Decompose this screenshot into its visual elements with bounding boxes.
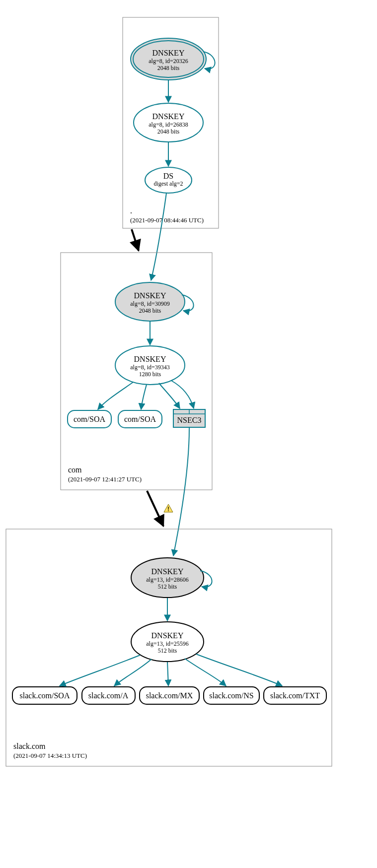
root-zsk-title: DNSKEY bbox=[152, 112, 185, 121]
edge-slack-zsk-rr5 bbox=[196, 654, 282, 686]
edge-root-ds-com-ksk bbox=[151, 193, 166, 280]
zone-root-name: . bbox=[130, 206, 132, 215]
root-ksk-node: DNSKEY alg=8, id=20326 2048 bits bbox=[131, 38, 206, 80]
zone-root-timestamp: (2021-09-07 08:44:46 UTC) bbox=[130, 216, 204, 224]
root-ksk-line3: 2048 bits bbox=[157, 65, 180, 71]
com-nsec3-node: NSEC3 bbox=[173, 409, 205, 427]
com-ksk-node: DNSKEY alg=8, id=30909 2048 bits bbox=[115, 282, 185, 321]
edge-com-zsk-soa2 bbox=[141, 385, 147, 409]
com-ksk-line2: alg=8, id=30909 bbox=[130, 300, 170, 307]
slack-rr2-title: slack.com/A bbox=[88, 691, 129, 700]
edge-com-zsk-nsec3b bbox=[171, 381, 194, 408]
slack-zsk-line2: alg=13, id=25596 bbox=[146, 640, 189, 647]
zone-com-timestamp: (2021-09-07 12:41:27 UTC) bbox=[68, 475, 142, 483]
slack-rr-soa: slack.com/SOA bbox=[12, 687, 77, 704]
slack-rr1-title: slack.com/SOA bbox=[20, 691, 70, 700]
com-ksk-line3: 2048 bits bbox=[139, 307, 161, 314]
slack-rr5-title: slack.com/TXT bbox=[270, 691, 320, 700]
slack-ksk-line3: 512 bits bbox=[158, 583, 177, 590]
slack-rr-mx: slack.com/MX bbox=[140, 687, 199, 704]
edge-com-nsec3-slack-ksk bbox=[173, 428, 189, 556]
zone-slack-timestamp: (2021-09-07 14:34:13 UTC) bbox=[13, 752, 87, 759]
edge-com-zsk-soa1 bbox=[98, 382, 133, 409]
zone-slack: slack.com (2021-09-07 14:34:13 UTC) DNSK… bbox=[6, 529, 332, 766]
edge-slack-zsk-rr3 bbox=[167, 662, 168, 686]
com-soa1-title: com/SOA bbox=[74, 415, 105, 423]
com-zsk-line3: 1280 bits bbox=[139, 371, 161, 378]
edge-root-to-com-delegation bbox=[132, 229, 139, 251]
zone-root: . (2021-09-07 08:44:46 UTC) DNSKEY alg=8… bbox=[123, 17, 219, 228]
slack-ksk-node: DNSKEY alg=13, id=28606 512 bits bbox=[131, 558, 204, 598]
slack-zsk-title: DNSKEY bbox=[151, 631, 184, 640]
edge-com-to-slack-delegation bbox=[147, 491, 163, 526]
zone-com: com (2021-09-07 12:41:27 UTC) DNSKEY alg… bbox=[61, 253, 212, 490]
root-ksk-line2: alg=8, id=20326 bbox=[149, 58, 188, 65]
slack-rr4-title: slack.com/NS bbox=[209, 691, 253, 700]
slack-ksk-line2: alg=13, id=28606 bbox=[146, 576, 189, 583]
root-zsk-line3: 2048 bits bbox=[157, 128, 180, 135]
slack-zsk-line3: 512 bits bbox=[158, 647, 177, 654]
com-zsk-line2: alg=8, id=39343 bbox=[130, 364, 170, 371]
root-zsk-line2: alg=8, id=26838 bbox=[149, 121, 188, 128]
slack-rr-txt: slack.com/TXT bbox=[264, 687, 326, 704]
edge-com-zsk-nsec3a bbox=[159, 383, 180, 408]
svg-text:!: ! bbox=[167, 505, 169, 513]
root-ksk-title: DNSKEY bbox=[152, 49, 185, 57]
slack-rr-a: slack.com/A bbox=[82, 687, 135, 704]
zone-com-name: com bbox=[68, 466, 82, 474]
root-ds-title: DS bbox=[163, 172, 173, 180]
edge-slack-zsk-rr1 bbox=[60, 655, 140, 686]
root-ds-line2: digest alg=2 bbox=[153, 180, 183, 187]
warning-icon: ! bbox=[164, 504, 173, 513]
com-zsk-node: DNSKEY alg=8, id=39343 1280 bits bbox=[115, 346, 185, 385]
zone-slack-name: slack.com bbox=[13, 742, 46, 750]
com-ksk-title: DNSKEY bbox=[134, 291, 166, 300]
com-soa2-node: com/SOA bbox=[118, 410, 162, 428]
com-soa1-node: com/SOA bbox=[68, 410, 111, 428]
dnssec-diagram: . (2021-09-07 08:44:46 UTC) DNSKEY alg=8… bbox=[0, 0, 377, 868]
slack-zsk-node: DNSKEY alg=13, id=25596 512 bits bbox=[131, 622, 204, 662]
root-zsk-node: DNSKEY alg=8, id=26838 2048 bits bbox=[134, 103, 203, 142]
slack-rr-ns: slack.com/NS bbox=[204, 687, 259, 704]
com-nsec3-title: NSEC3 bbox=[177, 416, 202, 424]
slack-rr3-title: slack.com/MX bbox=[146, 691, 193, 700]
slack-ksk-title: DNSKEY bbox=[151, 567, 184, 576]
root-ds-node: DS digest alg=2 bbox=[145, 167, 192, 193]
com-zsk-title: DNSKEY bbox=[134, 355, 166, 363]
com-soa2-title: com/SOA bbox=[124, 415, 156, 423]
